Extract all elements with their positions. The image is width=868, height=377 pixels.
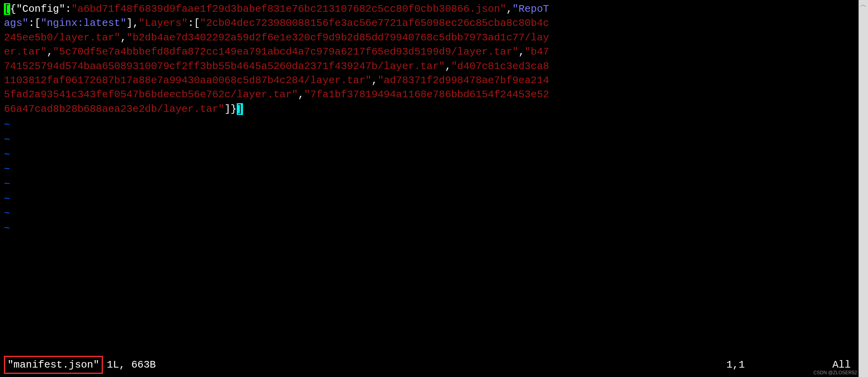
file-content[interactable]: [{"Config":"a6bd71f48f6839d9faae1f29d3ba… <box>4 2 855 116</box>
key-layers: "Layers" <box>139 17 188 29</box>
vim-editor-window[interactable]: [{"Config":"a6bd71f48f6839d9faae1f29d3ba… <box>0 0 859 377</box>
layer-7b: 66a47cad8b28b688aea23e2db/layer.tar" <box>4 103 225 115</box>
value-config: "a6bd71f48f6839d9faae1f29d3babef831e76bc… <box>71 3 506 15</box>
vim-fileinfo: 1L, 663B <box>107 358 156 372</box>
vim-tilde: ~ <box>4 192 855 207</box>
vim-tilde: ~ <box>4 148 855 162</box>
vim-cursor-position: 1,1 <box>726 358 745 372</box>
layer-6a: "ad78371f2d998478ae7bf9ea214 <box>378 75 549 86</box>
watermark-text: CSDN @ZLOSER52 <box>813 370 857 376</box>
vim-status-line: "manifest.json" 1L, 663B 1,1 All <box>4 356 855 374</box>
vim-tilde: ~ <box>4 221 855 236</box>
layer-7a: "7fa1bf37819494a1168e786bbd6154f24453e52 <box>304 89 549 100</box>
layer-6b: 5fad2a93541c343fef0547b6bdeecb56e762c/la… <box>4 89 298 100</box>
key-config: "Config" <box>16 3 65 15</box>
layer-5b: 1103812faf06172687b17a88e7a99430aa0068c5… <box>4 75 371 86</box>
vim-tilde: ~ <box>4 177 855 192</box>
vim-tilde: ~ <box>4 133 855 148</box>
layer-4b: 741525794d574baa65089310079cf2ff3bb55b46… <box>4 60 445 72</box>
layer-5a: "d407c81c3ed3ca8 <box>451 60 549 72</box>
value-repotag: "nginx:latest" <box>41 17 126 29</box>
scroll-up-arrow-icon[interactable]: ︿ <box>859 0 868 10</box>
brace-open: { <box>10 3 16 15</box>
bracket-close-match: ] <box>237 103 243 115</box>
layer-1a: "2cb04dec723980088156fe3ac56e7721af65098… <box>200 17 549 29</box>
vim-filename: "manifest.json" <box>4 356 103 374</box>
vim-tilde: ~ <box>4 206 855 221</box>
key-repotags-part1: "RepoT <box>512 3 549 15</box>
layer-2b: er.tar" <box>4 46 47 58</box>
layer-2a: "b2db4ae7d3402292a59d2f6e1e320cf9d9b2d85… <box>126 32 549 44</box>
vim-tilde: ~ <box>4 162 855 177</box>
key-repotags-part2: ags" <box>4 17 28 29</box>
layer-3: "5c70df5e7a4bbbefd8dfa872cc149ea791abcd4… <box>53 46 519 58</box>
vertical-scrollbar[interactable]: ︿ <box>859 0 868 377</box>
bracket-open-match: [ <box>4 3 10 15</box>
layer-4a: "b47 <box>524 46 549 58</box>
vim-tilde: ~ <box>4 118 855 133</box>
vim-empty-lines: ~ ~ ~ ~ ~ ~ ~ ~ <box>4 118 855 236</box>
layer-1b: 245ee5b0/layer.tar" <box>4 32 120 44</box>
